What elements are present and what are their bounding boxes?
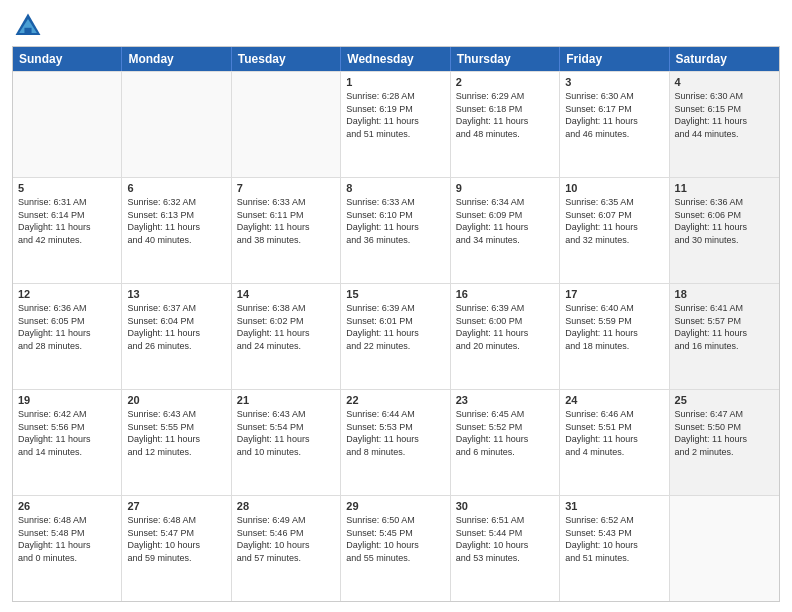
calendar-cell: 18Sunrise: 6:41 AM Sunset: 5:57 PM Dayli…: [670, 284, 779, 389]
calendar-row: 1Sunrise: 6:28 AM Sunset: 6:19 PM Daylig…: [13, 71, 779, 177]
calendar-cell: 26Sunrise: 6:48 AM Sunset: 5:48 PM Dayli…: [13, 496, 122, 601]
calendar-cell: 16Sunrise: 6:39 AM Sunset: 6:00 PM Dayli…: [451, 284, 560, 389]
day-number: 23: [456, 394, 554, 406]
cell-info: Sunrise: 6:48 AM Sunset: 5:47 PM Dayligh…: [127, 514, 225, 564]
day-number: 15: [346, 288, 444, 300]
cell-info: Sunrise: 6:45 AM Sunset: 5:52 PM Dayligh…: [456, 408, 554, 458]
day-number: 1: [346, 76, 444, 88]
calendar-cell: 28Sunrise: 6:49 AM Sunset: 5:46 PM Dayli…: [232, 496, 341, 601]
calendar-cell: 1Sunrise: 6:28 AM Sunset: 6:19 PM Daylig…: [341, 72, 450, 177]
calendar-cell: 15Sunrise: 6:39 AM Sunset: 6:01 PM Dayli…: [341, 284, 450, 389]
day-number: 31: [565, 500, 663, 512]
calendar-row: 12Sunrise: 6:36 AM Sunset: 6:05 PM Dayli…: [13, 283, 779, 389]
day-number: 17: [565, 288, 663, 300]
day-number: 9: [456, 182, 554, 194]
cell-info: Sunrise: 6:47 AM Sunset: 5:50 PM Dayligh…: [675, 408, 774, 458]
cell-info: Sunrise: 6:43 AM Sunset: 5:55 PM Dayligh…: [127, 408, 225, 458]
day-number: 4: [675, 76, 774, 88]
cell-info: Sunrise: 6:36 AM Sunset: 6:05 PM Dayligh…: [18, 302, 116, 352]
calendar: SundayMondayTuesdayWednesdayThursdayFrid…: [12, 46, 780, 602]
cell-info: Sunrise: 6:52 AM Sunset: 5:43 PM Dayligh…: [565, 514, 663, 564]
calendar-cell: 11Sunrise: 6:36 AM Sunset: 6:06 PM Dayli…: [670, 178, 779, 283]
calendar-row: 5Sunrise: 6:31 AM Sunset: 6:14 PM Daylig…: [13, 177, 779, 283]
calendar-cell: 22Sunrise: 6:44 AM Sunset: 5:53 PM Dayli…: [341, 390, 450, 495]
calendar-cell: 14Sunrise: 6:38 AM Sunset: 6:02 PM Dayli…: [232, 284, 341, 389]
cell-info: Sunrise: 6:38 AM Sunset: 6:02 PM Dayligh…: [237, 302, 335, 352]
calendar-cell: 5Sunrise: 6:31 AM Sunset: 6:14 PM Daylig…: [13, 178, 122, 283]
cell-info: Sunrise: 6:30 AM Sunset: 6:17 PM Dayligh…: [565, 90, 663, 140]
calendar-cell: 21Sunrise: 6:43 AM Sunset: 5:54 PM Dayli…: [232, 390, 341, 495]
cell-info: Sunrise: 6:32 AM Sunset: 6:13 PM Dayligh…: [127, 196, 225, 246]
cell-info: Sunrise: 6:49 AM Sunset: 5:46 PM Dayligh…: [237, 514, 335, 564]
day-number: 8: [346, 182, 444, 194]
calendar-cell: 3Sunrise: 6:30 AM Sunset: 6:17 PM Daylig…: [560, 72, 669, 177]
calendar-cell: [122, 72, 231, 177]
day-number: 28: [237, 500, 335, 512]
calendar-cell: 12Sunrise: 6:36 AM Sunset: 6:05 PM Dayli…: [13, 284, 122, 389]
cell-info: Sunrise: 6:43 AM Sunset: 5:54 PM Dayligh…: [237, 408, 335, 458]
cell-info: Sunrise: 6:51 AM Sunset: 5:44 PM Dayligh…: [456, 514, 554, 564]
day-number: 22: [346, 394, 444, 406]
calendar-cell: [670, 496, 779, 601]
calendar-cell: 27Sunrise: 6:48 AM Sunset: 5:47 PM Dayli…: [122, 496, 231, 601]
cell-info: Sunrise: 6:42 AM Sunset: 5:56 PM Dayligh…: [18, 408, 116, 458]
cell-info: Sunrise: 6:46 AM Sunset: 5:51 PM Dayligh…: [565, 408, 663, 458]
cell-info: Sunrise: 6:34 AM Sunset: 6:09 PM Dayligh…: [456, 196, 554, 246]
calendar-cell: [13, 72, 122, 177]
day-number: 7: [237, 182, 335, 194]
calendar-cell: 6Sunrise: 6:32 AM Sunset: 6:13 PM Daylig…: [122, 178, 231, 283]
svg-rect-2: [24, 28, 31, 35]
day-number: 13: [127, 288, 225, 300]
day-number: 24: [565, 394, 663, 406]
day-number: 11: [675, 182, 774, 194]
cell-info: Sunrise: 6:40 AM Sunset: 5:59 PM Dayligh…: [565, 302, 663, 352]
calendar-cell: 10Sunrise: 6:35 AM Sunset: 6:07 PM Dayli…: [560, 178, 669, 283]
cell-info: Sunrise: 6:41 AM Sunset: 5:57 PM Dayligh…: [675, 302, 774, 352]
calendar-cell: 4Sunrise: 6:30 AM Sunset: 6:15 PM Daylig…: [670, 72, 779, 177]
calendar-cell: 30Sunrise: 6:51 AM Sunset: 5:44 PM Dayli…: [451, 496, 560, 601]
calendar-header-cell: Friday: [560, 47, 669, 71]
calendar-row: 26Sunrise: 6:48 AM Sunset: 5:48 PM Dayli…: [13, 495, 779, 601]
cell-info: Sunrise: 6:33 AM Sunset: 6:11 PM Dayligh…: [237, 196, 335, 246]
calendar-cell: 8Sunrise: 6:33 AM Sunset: 6:10 PM Daylig…: [341, 178, 450, 283]
calendar-cell: 19Sunrise: 6:42 AM Sunset: 5:56 PM Dayli…: [13, 390, 122, 495]
day-number: 6: [127, 182, 225, 194]
calendar-cell: [232, 72, 341, 177]
calendar-cell: 20Sunrise: 6:43 AM Sunset: 5:55 PM Dayli…: [122, 390, 231, 495]
cell-info: Sunrise: 6:48 AM Sunset: 5:48 PM Dayligh…: [18, 514, 116, 564]
cell-info: Sunrise: 6:39 AM Sunset: 6:00 PM Dayligh…: [456, 302, 554, 352]
day-number: 19: [18, 394, 116, 406]
cell-info: Sunrise: 6:36 AM Sunset: 6:06 PM Dayligh…: [675, 196, 774, 246]
calendar-header-cell: Tuesday: [232, 47, 341, 71]
day-number: 25: [675, 394, 774, 406]
cell-info: Sunrise: 6:35 AM Sunset: 6:07 PM Dayligh…: [565, 196, 663, 246]
header: [12, 10, 780, 42]
page: SundayMondayTuesdayWednesdayThursdayFrid…: [0, 0, 792, 612]
cell-info: Sunrise: 6:31 AM Sunset: 6:14 PM Dayligh…: [18, 196, 116, 246]
day-number: 3: [565, 76, 663, 88]
calendar-header-cell: Sunday: [13, 47, 122, 71]
cell-info: Sunrise: 6:39 AM Sunset: 6:01 PM Dayligh…: [346, 302, 444, 352]
calendar-cell: 17Sunrise: 6:40 AM Sunset: 5:59 PM Dayli…: [560, 284, 669, 389]
day-number: 29: [346, 500, 444, 512]
day-number: 10: [565, 182, 663, 194]
calendar-header-cell: Monday: [122, 47, 231, 71]
cell-info: Sunrise: 6:29 AM Sunset: 6:18 PM Dayligh…: [456, 90, 554, 140]
day-number: 12: [18, 288, 116, 300]
calendar-row: 19Sunrise: 6:42 AM Sunset: 5:56 PM Dayli…: [13, 389, 779, 495]
cell-info: Sunrise: 6:50 AM Sunset: 5:45 PM Dayligh…: [346, 514, 444, 564]
day-number: 18: [675, 288, 774, 300]
cell-info: Sunrise: 6:30 AM Sunset: 6:15 PM Dayligh…: [675, 90, 774, 140]
day-number: 26: [18, 500, 116, 512]
calendar-cell: 2Sunrise: 6:29 AM Sunset: 6:18 PM Daylig…: [451, 72, 560, 177]
cell-info: Sunrise: 6:33 AM Sunset: 6:10 PM Dayligh…: [346, 196, 444, 246]
day-number: 30: [456, 500, 554, 512]
day-number: 2: [456, 76, 554, 88]
calendar-header-cell: Saturday: [670, 47, 779, 71]
calendar-cell: 7Sunrise: 6:33 AM Sunset: 6:11 PM Daylig…: [232, 178, 341, 283]
logo: [12, 10, 48, 42]
calendar-cell: 9Sunrise: 6:34 AM Sunset: 6:09 PM Daylig…: [451, 178, 560, 283]
calendar-cell: 23Sunrise: 6:45 AM Sunset: 5:52 PM Dayli…: [451, 390, 560, 495]
calendar-header-cell: Thursday: [451, 47, 560, 71]
calendar-cell: 13Sunrise: 6:37 AM Sunset: 6:04 PM Dayli…: [122, 284, 231, 389]
